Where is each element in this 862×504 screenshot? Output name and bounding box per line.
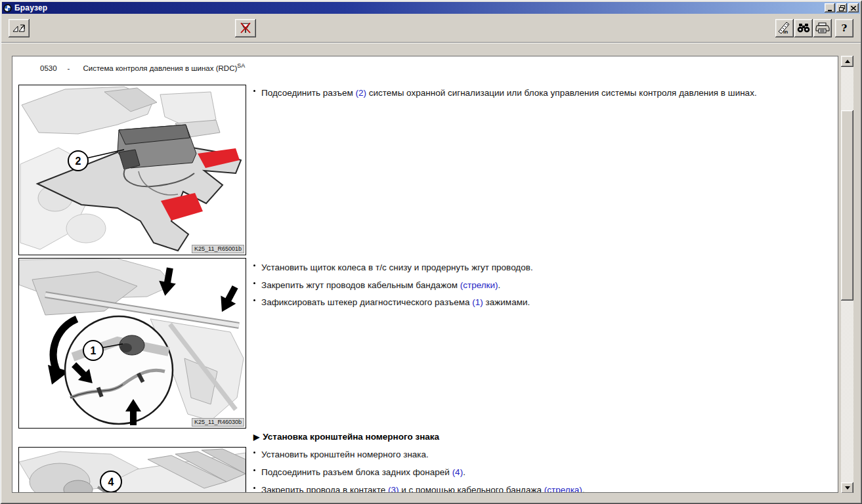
close-icon [851,6,856,10]
text-segment: Установить щиток колеса в т/с снизу и пр… [261,262,533,272]
search-button[interactable] [794,19,813,37]
bullet-marker [253,90,255,92]
restore-button[interactable] [836,3,847,12]
vertical-scrollbar[interactable] [841,56,853,494]
minimize-icon [828,10,832,11]
section-title: Система контроля давления в шинах (RDC) [83,64,237,72]
figure-control-unit[interactable]: 2 K25_11_R65001b [18,85,246,255]
figure-2-drawing: 1 [19,259,246,428]
heading-marker-icon: ▶ [253,432,259,442]
figure-plate-bracket[interactable]: 4 [18,447,246,493]
subsection-heading: ▶Установка кронштейна номерного знака [253,432,439,442]
instruction-bullet: Подсоединить разъем (2) системы охранной… [253,88,818,98]
highlight-off-button[interactable] [235,19,256,37]
callout-link[interactable]: (стрелка) [544,485,582,493]
instruction-bullet: Зафиксировать штекер диагностического ра… [253,297,818,308]
help-button[interactable]: ? [835,19,853,37]
printer-icon [815,22,830,34]
bullet-marker [253,264,255,266]
overview-navigation-button[interactable] [9,19,30,37]
text-segment: . [498,280,501,290]
text-segment: . [463,467,465,477]
close-button[interactable] [848,3,859,12]
titlebar[interactable]: Браузер [2,2,860,14]
document-page: 0530-Система контроля давления в шинах (… [12,56,838,493]
instruction-bullet: Закрепить жгут проводов кабельным бандаж… [253,280,818,291]
browser-window: Браузер [0,0,862,504]
overview-triangles-icon [12,23,26,33]
help-icon: ? [842,22,848,34]
measure-units-button[interactable]: in [775,19,794,37]
text-segment: Закрепить жгут проводов кабельным бандаж… [261,280,460,290]
lamp-crossed-icon [239,22,252,35]
text-segment: Подсоединить разъем блока задних фонарей [261,467,452,477]
print-button[interactable] [813,19,832,37]
restore-icon [839,5,845,11]
ruler-icon: in [777,22,792,35]
instruction-bullet: Подсоединить разъем блока задних фонарей… [253,467,818,478]
text-segment: зажимами. [483,297,530,307]
minimize-button[interactable] [825,3,835,12]
toolbar-separator [1,42,861,43]
callout-link[interactable]: (4) [452,467,463,477]
binoculars-icon [796,22,811,34]
callout-link[interactable]: (3) [388,485,399,493]
callout-link[interactable]: (2) [356,88,367,98]
svg-text:in: in [783,29,788,35]
figure-3-drawing: 4 [19,448,246,493]
bullet-marker [253,282,255,284]
bmw-logo-icon [3,4,12,12]
figure-1-drawing: 2 [19,85,246,255]
text-segment: Установить кронштейн номерного знака. [261,450,429,459]
text-segment: системы охранной сигнализации или блока … [366,88,757,98]
document-header: 0530-Система контроля давления в шинах (… [40,62,245,72]
text-segment: . [582,485,585,493]
bullet-marker [253,487,255,489]
bullet-marker [253,452,255,453]
svg-text:4: 4 [108,476,114,488]
svg-text:2: 2 [75,156,81,167]
section-suffix: SA [237,62,245,69]
figure-caption: K25_11_R65001b [192,245,244,253]
triangle-down-icon [845,486,850,490]
bullet-marker [253,469,255,471]
text-segment: Подсоединить разъем [261,88,356,98]
scrollbar-thumb[interactable] [841,110,853,301]
window-controls [825,3,859,12]
callout-link[interactable]: (1) [472,297,483,307]
svg-text:1: 1 [91,345,97,356]
bullet-marker [253,299,255,301]
section-code: 0530 [40,64,57,72]
triangle-up-icon [845,60,850,63]
toolbar-right-group: in ? [775,19,853,37]
scroll-down-button[interactable] [841,482,853,494]
callout-link[interactable]: (стрелки) [460,280,498,290]
window-title: Браузер [14,3,47,12]
text-segment: Зафиксировать штекер диагностического ра… [261,297,472,307]
instruction-bullet: Установить щиток колеса в т/с снизу и пр… [253,262,818,273]
text-segment: Закрепить провода в контакте [261,485,388,493]
figure-harness-routing[interactable]: 1 K25_11_R46030b [18,258,246,429]
figure-caption: K25_11_R46030b [192,418,244,427]
text-segment: и с помощью кабельного бандажа [399,485,544,493]
instruction-bullet: Установить кронштейн номерного знака. [253,450,818,460]
instruction-bullet: Закрепить провода в контакте (3) и с пом… [253,485,818,493]
scroll-up-button[interactable] [841,56,853,67]
arrow-cable-tie-2 [214,283,242,316]
heading-text: Установка кронштейна номерного знака [263,432,439,442]
window-bottom-frame [2,493,860,502]
